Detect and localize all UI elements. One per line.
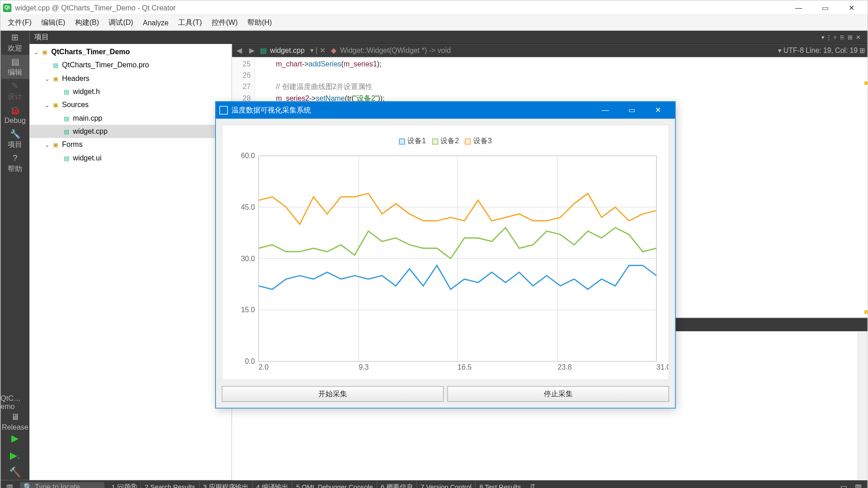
kit-selector[interactable]: QtC…emo🖥Release (0, 396, 29, 430)
editor-status[interactable]: ▾ UTF-8 Line: 19, Col: 19 ⊞ (778, 47, 865, 55)
mode-sidebar: ⊞欢迎▤编辑✎设计🐞Debug🔧项目?帮助QtC…emo🖥Release▶▶.🔨 (0, 31, 29, 480)
tree-main.cpp[interactable]: ▧main.cpp (29, 112, 231, 125)
locate-input[interactable]: 🔍 Type to locate ... (20, 482, 104, 488)
project-panel-header: 项目 ▾ ⋮ ▿ ⎘ ⊞ ✕ (29, 31, 867, 44)
status-1 问题⑧[interactable]: 1 问题⑧ (108, 481, 141, 488)
tree-widget.ui[interactable]: ▧widget.ui (29, 151, 231, 164)
toggle-sidebar-icon[interactable]: ▥ (3, 483, 16, 488)
status-3 应用程序输出[interactable]: 3 应用程序输出 (199, 481, 252, 488)
legend-item: 设备2 (432, 136, 459, 146)
menu-文件(F)[interactable]: 文件(F) (3, 16, 37, 29)
tree-widget.h[interactable]: ▧widget.h (29, 85, 231, 98)
menu-工具(T)[interactable]: 工具(T) (174, 16, 207, 29)
status-6 概要信息[interactable]: 6 概要信息 (377, 481, 416, 488)
sidebar-item-help[interactable]: ?帮助 (0, 151, 29, 175)
editor-filename[interactable]: widget.cpp (270, 47, 305, 55)
svg-text:31.0: 31.0 (656, 363, 669, 371)
start-button[interactable]: 开始采集 (222, 386, 444, 402)
menu-构建(B)[interactable]: 构建(B) (70, 16, 104, 29)
chart-dialog: 温度数据可视化采集系统 — ▭ ✕ 设备1设备2设备3 2.09.316.523… (215, 101, 676, 408)
menubar: 文件(F)编辑(E)构建(B)调试(D)Analyze工具(T)控件(W)帮助(… (0, 15, 867, 31)
svg-text:15.0: 15.0 (241, 305, 255, 314)
window-title: widget.cpp @ QtCharts_Timer_Demo - Qt Cr… (15, 3, 175, 12)
svg-text:9.3: 9.3 (359, 363, 369, 371)
close-output-icon[interactable]: ▭ (837, 483, 850, 488)
app-icon: Qt (3, 3, 12, 12)
project-panel-title: 项目 (34, 32, 49, 42)
menu-控件(W)[interactable]: 控件(W) (207, 16, 242, 29)
sidebar-item-welcome[interactable]: ⊞欢迎 (0, 31, 29, 55)
menu-调试(D)[interactable]: 调试(D) (104, 16, 138, 29)
svg-text:60.0: 60.0 (241, 151, 255, 160)
status-8 Test Results[interactable]: 8 Test Results (475, 481, 524, 488)
run-button[interactable]: ▶ (0, 430, 29, 446)
diamond-icon: ◆ (331, 47, 336, 55)
filter-icon[interactable]: ▾ ⋮ ▿ (820, 34, 839, 41)
svg-text:30.0: 30.0 (241, 254, 255, 262)
close-button[interactable]: ✕ (839, 1, 865, 14)
menu-Analyze[interactable]: Analyze (138, 17, 173, 28)
tree-QtCharts_Timer_Demo[interactable]: ⌄▣QtCharts_Timer_Demo (29, 45, 231, 58)
maximize-button[interactable]: ▭ (812, 1, 839, 14)
editor-toolbar: ◀ ▶ ▤ widget.cpp ▾ | ✕ ◆ Widget::Widget(… (232, 44, 867, 57)
tree-Headers[interactable]: ⌄▣Headers (29, 72, 231, 85)
sidebar-item-edit[interactable]: ▤编辑 (0, 55, 29, 79)
scrollbar[interactable] (858, 331, 867, 480)
chevron-icon[interactable]: ⇵ (526, 483, 539, 488)
svg-text:2.0: 2.0 (259, 363, 269, 371)
chart-svg: 2.09.316.523.831.00.015.030.045.060.0 (222, 125, 669, 380)
tree-widget.cpp[interactable]: ▧widget.cpp (29, 125, 231, 138)
menu-帮助(H)[interactable]: 帮助(H) (242, 16, 277, 29)
stop-button[interactable]: 停止采集 (447, 386, 669, 402)
status-2 Search Results[interactable]: 2 Search Results (141, 481, 199, 488)
symbol-path[interactable]: Widget::Widget(QWidget *) -> void (340, 47, 451, 55)
svg-text:16.5: 16.5 (458, 363, 472, 371)
close-panel-icon[interactable]: ✕ (854, 34, 863, 41)
split-icon[interactable]: ⊞ (846, 34, 854, 41)
chart-legend: 设备1设备2设备3 (222, 136, 669, 146)
dialog-titlebar[interactable]: 温度数据可视化采集系统 — ▭ ✕ (216, 102, 675, 118)
svg-text:45.0: 45.0 (241, 203, 255, 211)
svg-text:23.8: 23.8 (558, 363, 572, 371)
forward-icon[interactable]: ▶ (247, 47, 256, 55)
dialog-maximize-button[interactable]: ▭ (618, 102, 645, 118)
dialog-title: 温度数据可视化采集系统 (231, 105, 311, 116)
back-icon[interactable]: ◀ (235, 47, 244, 55)
tree-Sources[interactable]: ⌄▣Sources (29, 98, 231, 111)
app-window: Qt widget.cpp @ QtCharts_Timer_Demo - Qt… (0, 0, 868, 488)
status-4 编译输出[interactable]: 4 编译输出 (252, 481, 292, 488)
build-button[interactable]: 🔨 (0, 463, 29, 480)
file-type-icon: ▤ (260, 47, 267, 55)
sidebar-item-design: ✎设计 (0, 79, 29, 103)
project-tree: ⌄▣QtCharts_Timer_Demo▧QtCharts_Timer_Dem… (29, 44, 232, 480)
dialog-icon (219, 106, 228, 115)
menu-编辑(E)[interactable]: 编辑(E) (36, 16, 70, 29)
dialog-minimize-button[interactable]: — (592, 102, 618, 118)
run-debug-button[interactable]: ▶. (0, 446, 29, 463)
chart-area: 设备1设备2设备3 2.09.316.523.831.00.015.030.04… (222, 125, 669, 380)
legend-item: 设备1 (399, 136, 426, 146)
link-icon[interactable]: ⎘ (839, 34, 846, 41)
minimize-button[interactable]: — (785, 1, 812, 14)
tree-QtCharts_Timer_Demo.pro[interactable]: ▧QtCharts_Timer_Demo.pro (29, 58, 231, 71)
status-5 QML Debugger Console[interactable]: 5 QML Debugger Console (292, 481, 377, 488)
titlebar: Qt widget.cpp @ QtCharts_Timer_Demo - Qt… (0, 0, 867, 15)
status-bar: ▥ 🔍 Type to locate ... 1 问题⑧2 Search Res… (0, 480, 867, 488)
svg-text:0.0: 0.0 (245, 357, 255, 365)
tree-Forms[interactable]: ⌄▣Forms (29, 138, 231, 151)
toggle-right-icon[interactable]: ▥ (852, 483, 865, 488)
minimap-strip (861, 57, 867, 318)
sidebar-item-projects[interactable]: 🔧项目 (0, 127, 29, 151)
status-7 Version Control[interactable]: 7 Version Control (416, 481, 475, 488)
sidebar-item-debug[interactable]: 🐞Debug (0, 103, 29, 127)
legend-item: 设备3 (465, 136, 492, 146)
dialog-close-button[interactable]: ✕ (645, 102, 672, 118)
